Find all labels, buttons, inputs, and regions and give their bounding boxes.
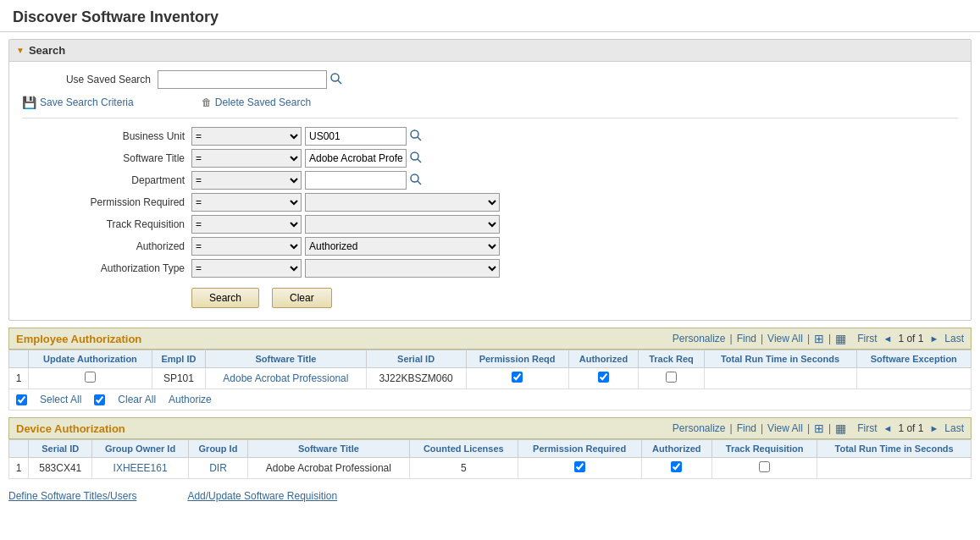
device-auth-body: 1583CX41IXHEEE161DIRAdobe Acrobat Profes… bbox=[9, 458, 972, 479]
readonly-checkbox bbox=[512, 372, 523, 383]
collapse-arrow-icon: ▼ bbox=[16, 46, 25, 55]
criteria-field-label: Business Unit bbox=[22, 130, 191, 142]
view-all-link[interactable]: View All bbox=[767, 333, 803, 344]
export-icon[interactable]: ⊞ bbox=[814, 332, 824, 345]
employee-auth-col-header: Total Run Time in Seconds bbox=[704, 350, 856, 368]
find-link[interactable]: Find bbox=[737, 333, 756, 344]
device-auth-col-header: Permission Required bbox=[518, 440, 641, 458]
device-grid-icon[interactable]: ▦ bbox=[835, 422, 846, 435]
criteria-lookup-icon[interactable] bbox=[409, 151, 423, 167]
criteria-value-container bbox=[305, 127, 423, 146]
saved-search-lookup-icon[interactable] bbox=[329, 72, 343, 88]
criteria-value-container bbox=[305, 171, 423, 190]
table-cell bbox=[568, 368, 639, 389]
device-table-cell: Adobe Acrobat Professional bbox=[247, 458, 409, 479]
personalize-link[interactable]: Personalize bbox=[673, 333, 726, 344]
criteria-operator-select[interactable]: =not =containsbegins with><>=<= bbox=[191, 171, 302, 190]
svg-point-0 bbox=[331, 74, 339, 81]
criteria-operator-select[interactable]: =not =containsbegins with><>=<= bbox=[191, 149, 302, 168]
criteria-operator-select[interactable]: =not =containsbegins with><>=<= bbox=[191, 259, 302, 278]
next-page-btn[interactable]: ► bbox=[927, 333, 940, 344]
criteria-field-label: Authorized bbox=[22, 240, 191, 252]
device-table-cell bbox=[817, 458, 972, 479]
criteria-value-select[interactable] bbox=[305, 193, 500, 212]
last-nav[interactable]: Last bbox=[944, 333, 964, 344]
device-table-cell: 5 bbox=[409, 458, 518, 479]
employee-auth-header: Employee Authorization Personalize | Fin… bbox=[8, 328, 972, 350]
device-table-cell: DIR bbox=[189, 458, 248, 479]
device-table-cell bbox=[518, 458, 641, 479]
criteria-value-container: AuthorizedNot AuthorizedAll bbox=[305, 237, 500, 256]
criteria-text-input[interactable] bbox=[305, 149, 407, 168]
criteria-lookup-icon[interactable] bbox=[409, 173, 423, 189]
device-link[interactable]: IXHEEE161 bbox=[114, 462, 168, 474]
authorize-link[interactable]: Authorize bbox=[169, 394, 212, 405]
criteria-operator-select[interactable]: =not =containsbegins with><>=<= bbox=[191, 127, 302, 146]
criteria-row: Authorized=not =containsbegins with><>=<… bbox=[22, 237, 958, 256]
device-auth-col-header: Authorized bbox=[641, 440, 712, 458]
select-all-checkbox[interactable] bbox=[16, 394, 27, 405]
criteria-text-input[interactable] bbox=[305, 171, 407, 190]
select-all-link[interactable]: Select All bbox=[40, 394, 81, 405]
clear-all-link[interactable]: Clear All bbox=[118, 394, 156, 405]
employee-auth-col-header: Update Authorization bbox=[29, 350, 152, 368]
device-auth-title: Device Authorization bbox=[16, 422, 125, 435]
saved-search-row: Use Saved Search bbox=[22, 70, 958, 89]
update-auth-checkbox[interactable] bbox=[85, 372, 96, 383]
software-title-link[interactable]: Adobe Acrobat Professional bbox=[223, 372, 348, 384]
grid-icon[interactable]: ▦ bbox=[835, 332, 846, 345]
employee-auth-col-header: Authorized bbox=[568, 350, 639, 368]
prev-page-btn[interactable]: ◄ bbox=[882, 333, 894, 344]
criteria-value-select[interactable]: AuthorizedNot AuthorizedAll bbox=[305, 237, 500, 256]
bottom-actions: Select All Clear All Authorize bbox=[8, 389, 972, 411]
table-cell bbox=[856, 368, 971, 389]
criteria-operator-select[interactable]: =not =containsbegins with><>=<= bbox=[191, 215, 302, 234]
page-indicator: 1 of 1 bbox=[898, 333, 923, 344]
employee-auth-col-header: Track Req bbox=[639, 350, 704, 368]
criteria-row: Authorization Type=not =containsbegins w… bbox=[22, 259, 958, 278]
criteria-lookup-icon[interactable] bbox=[409, 129, 423, 145]
criteria-value-select[interactable] bbox=[305, 215, 500, 234]
criteria-operator-select[interactable]: =not =containsbegins with><>=<= bbox=[191, 193, 302, 212]
save-criteria-button[interactable]: 💾 Save Search Criteria bbox=[22, 96, 134, 109]
device-table-cell: 1 bbox=[9, 458, 29, 479]
device-readonly-checkbox bbox=[759, 461, 770, 472]
delete-saved-button[interactable]: 🗑 Delete Saved Search bbox=[202, 96, 311, 108]
device-link[interactable]: DIR bbox=[209, 462, 227, 474]
criteria-value-container bbox=[305, 259, 500, 278]
criteria-value-select[interactable] bbox=[305, 259, 500, 278]
add-update-requisition-link[interactable]: Add/Update Software Requisition bbox=[187, 490, 337, 502]
saved-search-input[interactable] bbox=[158, 70, 327, 89]
device-next-page-btn[interactable]: ► bbox=[927, 423, 940, 433]
device-auth-header-row: Serial IDGroup Owner IdGroup IdSoftware … bbox=[9, 440, 972, 458]
readonly-checkbox bbox=[598, 372, 609, 383]
device-find-link[interactable]: Find bbox=[737, 422, 756, 434]
device-export-icon[interactable]: ⊞ bbox=[814, 422, 824, 435]
employee-auth-col-header: Software Exception bbox=[856, 350, 971, 368]
employee-auth-col-header: Empl ID bbox=[152, 350, 205, 368]
device-first-nav[interactable]: First bbox=[857, 422, 877, 434]
criteria-field-label: Track Requisition bbox=[22, 218, 191, 230]
clear-all-checkbox[interactable] bbox=[94, 394, 105, 405]
device-last-nav[interactable]: Last bbox=[944, 422, 964, 434]
criteria-row: Track Requisition=not =containsbegins wi… bbox=[22, 215, 958, 234]
device-personalize-link[interactable]: Personalize bbox=[673, 422, 726, 434]
employee-auth-table: Update AuthorizationEmpl IDSoftware Titl… bbox=[8, 350, 972, 389]
device-auth-header: Device Authorization Personalize | Find … bbox=[8, 417, 972, 439]
first-nav[interactable]: First bbox=[857, 333, 877, 344]
table-cell: Adobe Acrobat Professional bbox=[206, 368, 366, 389]
device-prev-page-btn[interactable]: ◄ bbox=[882, 423, 894, 433]
criteria-operator-select[interactable]: =not =containsbegins with><>=<= bbox=[191, 237, 302, 256]
define-software-link[interactable]: Define Software Titles/Users bbox=[8, 490, 136, 502]
device-auth-col-header: Group Id bbox=[189, 440, 248, 458]
table-cell[interactable] bbox=[29, 368, 152, 389]
device-view-all-link[interactable]: View All bbox=[767, 422, 803, 434]
search-header[interactable]: ▼ Search bbox=[9, 40, 971, 62]
device-auth-col-header: Total Run Time in Seconds bbox=[817, 440, 972, 458]
criteria-text-input[interactable] bbox=[305, 127, 407, 146]
search-button[interactable]: Search bbox=[191, 288, 259, 308]
search-body: Use Saved Search 💾 Save Search Criteria … bbox=[9, 62, 971, 320]
clear-button[interactable]: Clear bbox=[272, 288, 332, 308]
device-auth-col-header: Track Requisition bbox=[712, 440, 817, 458]
table-row: 1583CX41IXHEEE161DIRAdobe Acrobat Profes… bbox=[9, 458, 972, 479]
